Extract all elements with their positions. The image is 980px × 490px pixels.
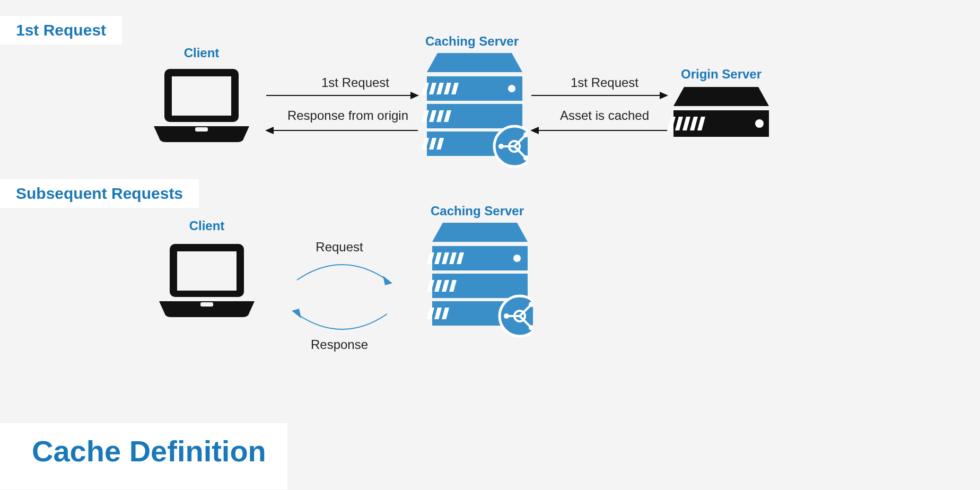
arrow-label-req1-co: 1st Request	[536, 75, 673, 90]
svg-marker-42	[265, 127, 274, 134]
section-heading-subsequent-text: Subsequent Requests	[16, 185, 183, 202]
svg-marker-50	[432, 223, 528, 242]
cycle-arrows-icon	[281, 255, 403, 342]
svg-point-59	[513, 255, 521, 262]
arrow-left-icon	[265, 125, 419, 138]
svg-point-38	[755, 119, 764, 128]
arrow-left-icon	[530, 125, 668, 138]
svg-point-30	[498, 144, 504, 149]
server-stack-icon	[422, 51, 528, 170]
caching-server-label-1: Caching Server	[408, 34, 536, 49]
svg-marker-79	[292, 309, 301, 318]
svg-marker-31	[673, 87, 769, 106]
svg-marker-44	[660, 92, 668, 99]
arrow-label-request: Request	[286, 240, 392, 255]
client-label-2: Client	[164, 218, 249, 233]
section-heading-first-text: 1st Request	[16, 21, 106, 39]
origin-server-icon	[668, 85, 774, 145]
arrow-label-asset-cached: Asset is cached	[536, 108, 673, 123]
arrow-label-resp-origin: Response from origin	[268, 108, 427, 123]
svg-marker-40	[410, 92, 419, 99]
laptop-icon	[148, 64, 255, 151]
section-heading-subsequent: Subsequent Requests	[0, 179, 199, 208]
client-label-1: Client	[159, 46, 244, 60]
arrow-label-req1-cc: 1st Request	[286, 75, 424, 90]
svg-rect-2	[195, 127, 208, 132]
svg-point-12	[508, 85, 515, 92]
page-title-text: Cache Definition	[32, 434, 266, 468]
svg-rect-1	[172, 76, 231, 116]
svg-marker-3	[427, 53, 522, 72]
svg-rect-49	[200, 302, 213, 307]
svg-point-77	[504, 313, 509, 319]
section-heading-first: 1st Request	[0, 16, 122, 45]
arrow-right-icon	[530, 90, 668, 103]
svg-marker-78	[383, 276, 392, 285]
origin-server-label: Origin Server	[658, 67, 785, 82]
laptop-icon	[154, 239, 260, 326]
arrow-right-icon	[265, 90, 419, 103]
caching-server-label-2: Caching Server	[414, 204, 541, 218]
svg-rect-48	[177, 251, 237, 291]
server-stack-icon	[427, 221, 533, 339]
svg-marker-46	[530, 127, 539, 134]
page-title: Cache Definition	[0, 423, 287, 489]
